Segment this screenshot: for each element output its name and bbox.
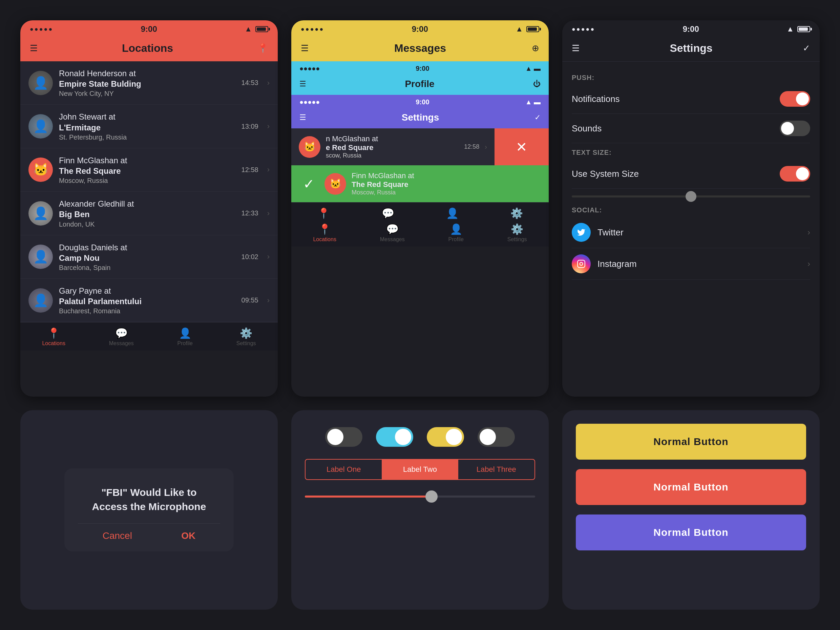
location-item[interactable]: 👤 John Stewart atL'Ermitage St. Petersbu… (21, 105, 278, 148)
tab-profile-labeled[interactable]: 👤 Profile (448, 223, 464, 243)
location-info: Finn McGlashan atThe Red Square Moscow, … (59, 155, 235, 185)
mini-hamburger-icon[interactable]: ☰ (299, 113, 306, 122)
mini-time: 9:00 (416, 98, 429, 106)
dialog-cancel-button[interactable]: Cancel (103, 531, 132, 541)
locations-status-bar: ●●●●● 9:00 ▲ (21, 21, 278, 36)
location-item[interactable]: 👤 Gary Payne atPalatul Parlamentului Buc… (21, 279, 278, 322)
segmented-control[interactable]: Label One Label Two Label Three (305, 459, 535, 480)
location-person-name: Alexander Gledhill atBig Ben (59, 199, 235, 219)
text-size-slider-area (572, 189, 810, 201)
mini-profile-screen: ●●●●● 9:00 ▲ ▬ ☰ Profile ⏻ (291, 61, 549, 95)
location-item[interactable]: 👤 Douglas Daniels atCamp Nou Barcelona, … (21, 235, 278, 279)
mini-settings-screen: ●●●●● 9:00 ▲ ▬ ☰ Settings ✓ (291, 95, 549, 128)
panel-slider-fill (305, 496, 431, 497)
use-system-size-toggle[interactable] (780, 166, 810, 182)
status-time: 9:00 (141, 24, 157, 34)
messages-title: Messages (394, 42, 446, 55)
seg-label-three[interactable]: Label Three (458, 459, 534, 479)
push-section-label: PUSH: (572, 74, 810, 82)
settings-title: Settings (669, 42, 712, 55)
battery-icon (797, 26, 810, 32)
mini-hamburger-icon[interactable]: ☰ (299, 80, 306, 88)
tab-settings-labeled[interactable]: ⚙️ Settings (507, 223, 527, 243)
instagram-icon (572, 254, 591, 273)
tab-locations[interactable]: 📍 (317, 207, 330, 219)
text-size-slider-thumb[interactable] (685, 191, 696, 202)
swipe-confirm-info: Finn McGlashan atThe Red Square Moscow, … (352, 171, 541, 196)
toggle-off-1[interactable] (325, 427, 362, 447)
check-icon[interactable]: ✓ (534, 113, 541, 122)
messages-tab-bar: 📍 💬 👤 ⚙️ (291, 202, 549, 223)
messages-phone: ●●●●● 9:00 ▲ ☰ Messages ⊕ ●●●●● 9:00 ▲ ▬… (291, 21, 549, 396)
hamburger-icon[interactable]: ☰ (301, 43, 309, 54)
messages-tab-icon: 💬 (115, 327, 128, 339)
text-size-section-label: TEXT SIZE: (572, 149, 810, 156)
messages-tab-icon: 💬 (386, 223, 399, 235)
location-time: 12:58 (242, 166, 259, 174)
mini-settings-nav: ☰ Settings ✓ (291, 108, 549, 128)
tab-messages[interactable]: 💬 (382, 207, 394, 219)
toggle-on-yellow[interactable] (427, 427, 464, 447)
swipe-confirm-item[interactable]: ✓ 🐱 Finn McGlashan atThe Red Square Mosc… (291, 165, 549, 202)
text-size-slider-track[interactable] (572, 196, 810, 197)
tab-settings[interactable]: ⚙️ Settings (237, 327, 256, 346)
mini-signal: ●●●●● (299, 65, 320, 73)
panel-slider-thumb[interactable] (425, 491, 437, 503)
mini-profile-status: ●●●●● 9:00 ▲ ▬ (291, 61, 549, 74)
swipe-time: 12:58 (464, 143, 479, 150)
locations-title: Locations (122, 42, 173, 55)
tab-profile-label: Profile (177, 340, 193, 346)
swipe-area[interactable]: ✕ 🐱 n McGlashan ate Red Square scow, Rus… (291, 128, 549, 165)
avatar: 👤 (28, 288, 53, 313)
locations-tab-icon: 📍 (317, 207, 330, 219)
tab-locations-label: Locations (42, 340, 65, 346)
swipe-item-info: n McGlashan ate Red Square scow, Russia (326, 134, 459, 159)
notifications-toggle[interactable] (780, 91, 810, 107)
power-icon[interactable]: ⏻ (533, 80, 541, 88)
normal-button-yellow[interactable]: Normal Button (576, 424, 806, 459)
location-item[interactable]: 👤 Ronald Henderson atEmpire State Buldin… (21, 61, 278, 105)
hamburger-icon[interactable]: ☰ (572, 43, 579, 54)
normal-button-red[interactable]: Normal Button (576, 469, 806, 505)
instagram-row[interactable]: Instagram › (572, 248, 810, 280)
mini-profile-nav: ☰ Profile ⏻ (291, 74, 549, 95)
location-item[interactable]: 👤 Alexander Gledhill atBig Ben London, U… (21, 192, 278, 235)
chevron-right-icon: › (807, 227, 810, 237)
tab-bar: 📍 Locations 💬 Messages 👤 Profile ⚙️ Sett… (21, 322, 278, 351)
tab-messages[interactable]: 💬 Messages (109, 327, 134, 346)
panel-slider[interactable] (305, 496, 535, 497)
twitter-row[interactable]: Twitter › (572, 217, 810, 248)
location-time: 10:02 (242, 253, 259, 261)
chevron-right-icon: › (267, 209, 270, 218)
location-item[interactable]: 🐱 Finn McGlashan atThe Red Square Moscow… (21, 148, 278, 192)
dialog-ok-button[interactable]: OK (181, 531, 196, 541)
tab-profile[interactable]: 👤 Profile (177, 327, 193, 346)
tab-profile[interactable]: 👤 (446, 207, 459, 219)
tab-messages-labeled[interactable]: 💬 Messages (380, 223, 405, 243)
toggle-off-2[interactable] (478, 427, 515, 447)
swipe-item[interactable]: 🐱 n McGlashan ate Red Square scow, Russi… (291, 128, 494, 165)
hamburger-icon[interactable]: ☰ (30, 43, 38, 54)
add-icon[interactable]: ⊕ (532, 43, 539, 54)
signal-dots: ●●●●● (301, 26, 324, 33)
location-sub: Bucharest, Romania (59, 307, 235, 315)
settings-status-bar: ●●●●● 9:00 ▲ (562, 21, 819, 36)
toggle-on-blue[interactable] (376, 427, 413, 447)
tab-locations[interactable]: 📍 Locations (42, 327, 65, 346)
mini-time: 9:00 (416, 65, 429, 73)
seg-label-one[interactable]: Label One (306, 459, 382, 479)
check-icon[interactable]: ✓ (803, 43, 810, 54)
tab-settings[interactable]: ⚙️ (510, 207, 523, 219)
location-pin-icon[interactable]: 📍 (257, 43, 268, 54)
swipe-item-sub: scow, Russia (326, 152, 459, 159)
sounds-toggle[interactable] (780, 121, 810, 136)
wifi-icon: ▲ (516, 25, 523, 33)
messages-tab-bar-labeled: 📍 Locations 💬 Messages 👤 Profile ⚙️ Sett… (291, 223, 549, 246)
swipe-avatar: 🐱 (324, 173, 346, 195)
mini-battery: ▲ ▬ (525, 98, 541, 106)
notifications-row: Notifications (572, 84, 810, 114)
seg-label-two[interactable]: Label Two (382, 459, 458, 479)
normal-button-purple[interactable]: Normal Button (576, 515, 806, 550)
tab-locations-labeled[interactable]: 📍 Locations (313, 223, 336, 243)
delete-icon: ✕ (516, 139, 527, 155)
